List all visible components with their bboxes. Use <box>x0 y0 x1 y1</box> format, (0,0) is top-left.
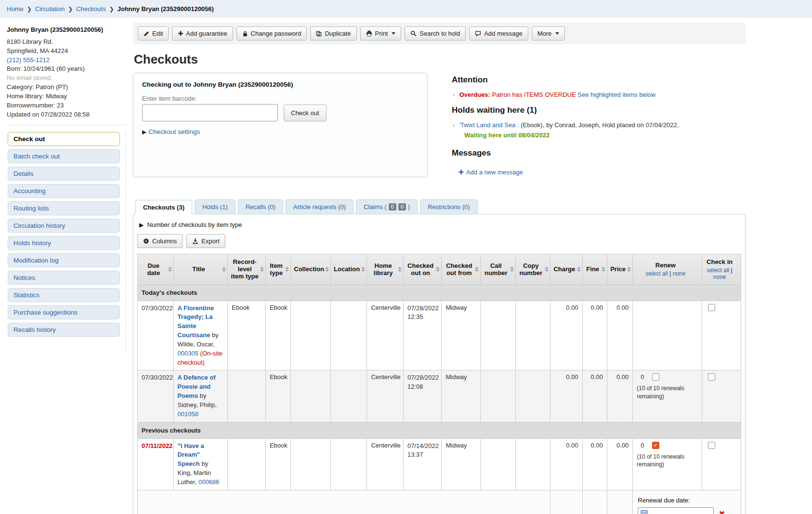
breadcrumb-separator: ❯ <box>27 6 32 13</box>
check-out-button[interactable]: Check out <box>284 105 327 121</box>
totals-row: Totals: 0.00 0.00 0.00 Renewal due date:… <box>138 490 741 514</box>
col-header-location[interactable]: Location <box>330 254 367 284</box>
hold-title-link[interactable]: 'Twixt Land and Sea : <box>459 121 519 129</box>
caret-right-icon: ▶ <box>139 222 144 228</box>
title-link[interactable]: "I Have a Dream" Speech <box>178 442 204 468</box>
overdues-text: Patron has ITEMS OVERDUE <box>492 91 576 98</box>
barcode-input[interactable] <box>142 104 278 121</box>
add-message-button[interactable]: Add message <box>469 26 528 40</box>
col-header-item-type[interactable]: Item type <box>265 254 290 284</box>
print-button[interactable]: Print <box>360 26 402 40</box>
more-button[interactable]: More <box>532 26 565 40</box>
sort-icon <box>510 267 514 272</box>
col-header-charge[interactable]: Charge <box>550 254 582 284</box>
check-in-checkbox[interactable] <box>708 304 715 311</box>
table-row: 07/30/2022 A Defence of Poesie and Poems… <box>138 370 741 422</box>
col-header-checked-out-on[interactable]: Checked out on <box>403 254 442 284</box>
patron-toolbar: Edit ✚ Add guarantee Change password Dup… <box>133 23 746 44</box>
sidebar-item-check-out[interactable]: Check out <box>8 132 120 146</box>
barcode-link[interactable]: 000686 <box>198 478 219 486</box>
edit-button[interactable]: Edit <box>138 26 169 40</box>
col-header-home-library[interactable]: Home library <box>367 254 404 284</box>
col-header-call-number[interactable]: Call number <box>481 254 516 284</box>
col-header-due-date[interactable]: Due date <box>138 254 174 284</box>
checkout-settings-link[interactable]: Checkout settings <box>148 128 200 135</box>
add-guarantee-button[interactable]: ✚ Add guarantee <box>172 26 233 40</box>
sidebar-item-holds-history[interactable]: Holds history <box>8 236 120 250</box>
home-library-cell: Centerville <box>367 301 404 370</box>
sidebar-item-purchase-suggestions[interactable]: Purchase suggestions <box>8 305 120 319</box>
checkin-select-all-link[interactable]: select all <box>707 267 730 274</box>
tab-holds[interactable]: Holds (1) <box>195 199 236 214</box>
record-item-type-cell <box>228 370 266 422</box>
tab-checkouts[interactable]: Checkouts (3) <box>135 200 192 214</box>
location-cell <box>330 438 367 490</box>
renew-checkbox[interactable] <box>652 373 659 381</box>
renew-checkbox[interactable] <box>652 442 659 449</box>
tab-article-requests[interactable]: Article requests (0) <box>286 199 354 214</box>
sidebar-item-notices[interactable]: Notices <box>8 271 120 285</box>
tab-claims[interactable]: Claims ( 0 0 ) <box>356 199 418 214</box>
checkin-select-none-link[interactable]: none <box>713 274 726 280</box>
sidebar-item-accounting[interactable]: Accounting <box>8 184 120 198</box>
check-in-cell <box>702 438 741 490</box>
title-link[interactable]: A Florentine Tragedy; La Sainte Courtisa… <box>178 304 214 339</box>
duplicate-button[interactable]: Duplicate <box>310 26 356 40</box>
duplicate-icon <box>316 31 322 37</box>
itemtype-toggle[interactable]: ▶ Number of checkouts by item type <box>139 221 741 228</box>
col-header-fine[interactable]: Fine <box>582 254 607 284</box>
title-link[interactable]: A Defence of Poesie and Poems <box>178 374 216 399</box>
collection-cell <box>291 438 331 490</box>
sidebar-item-modification-log[interactable]: Modification log <box>8 253 120 267</box>
col-header-collection[interactable]: Collection <box>291 254 331 284</box>
claims-badge: 0 <box>398 203 406 211</box>
sidebar-item-routing-lists[interactable]: Routing lists <box>8 201 120 215</box>
renew-select-all-link[interactable]: select all <box>645 270 668 277</box>
col-header-record-item-type[interactable]: Record-level item type <box>228 254 266 284</box>
sidebar-item-recalls-history[interactable]: Recalls history <box>8 323 120 337</box>
sidebar-item-batch-check-out[interactable]: Batch check out <box>8 149 120 163</box>
col-header-title[interactable]: Title <box>173 254 228 284</box>
barcode-link[interactable]: 000305 <box>178 350 198 357</box>
patron-phone-link[interactable]: (212) 555-1212 <box>7 56 50 64</box>
renew-select-none-link[interactable]: none <box>673 270 686 277</box>
overdues-see-items-link[interactable]: See highlighted items below <box>577 91 655 98</box>
add-new-message-link[interactable]: ✚ Add a new message <box>458 168 523 177</box>
copy-number-cell <box>515 370 550 422</box>
record-item-type-cell <box>228 438 266 490</box>
patron-category: Category: Patron (PT) <box>7 83 126 92</box>
barcode-link[interactable]: 001058 <box>178 410 198 418</box>
breadcrumb-link-circulation[interactable]: Circulation <box>35 5 65 13</box>
checkouts-panel: ▶ Number of checkouts by item type Colum… <box>133 214 746 514</box>
change-password-button[interactable]: Change password <box>236 26 307 40</box>
group-row-today: Today's checkouts <box>138 284 741 301</box>
check-in-checkbox[interactable] <box>708 373 715 381</box>
tab-recalls[interactable]: Recalls (0) <box>238 199 283 214</box>
fine-cell: 0.00 <box>582 301 607 370</box>
patron-name: Johnny Bryan (23529000120056) <box>7 26 126 35</box>
tab-restrictions[interactable]: Restrictions (0) <box>420 199 477 214</box>
col-header-copy-number[interactable]: Copy number <box>515 254 550 284</box>
export-button[interactable]: Export <box>186 234 225 248</box>
renew-cell: 0 (10 of 10 renewals remaining) <box>633 438 702 490</box>
search-to-hold-button[interactable]: Search to hold <box>405 26 466 40</box>
col-header-price[interactable]: Price <box>607 254 632 284</box>
clear-date-icon[interactable]: ✖ <box>719 510 725 514</box>
sidebar-item-circulation-history[interactable]: Circulation history <box>8 219 120 233</box>
sort-icon <box>577 267 581 272</box>
breadcrumb-link-home[interactable]: Home <box>7 5 24 13</box>
breadcrumb-link-checkouts[interactable]: Checkouts <box>76 5 105 13</box>
item-type-cell: Ebook <box>265 438 290 490</box>
charge-cell: 0.00 <box>550 301 582 370</box>
price-cell: 0.00 <box>607 438 632 490</box>
renewals-remaining-note: (10 of 10 renewals remaining) <box>637 453 698 468</box>
col-header-checked-out-from[interactable]: Checked out from <box>442 254 481 284</box>
gear-icon <box>143 238 149 244</box>
columns-button[interactable]: Columns <box>137 234 183 248</box>
check-in-checkbox[interactable] <box>708 442 715 449</box>
sidebar-item-statistics[interactable]: Statistics <box>8 288 120 302</box>
holds-waiting-title: Holds waiting here (1) <box>452 104 746 117</box>
sidebar-item-details[interactable]: Details <box>8 167 120 181</box>
renewal-due-date-input[interactable] <box>638 507 714 514</box>
patron-home-library: Home library: Midway <box>7 92 126 101</box>
